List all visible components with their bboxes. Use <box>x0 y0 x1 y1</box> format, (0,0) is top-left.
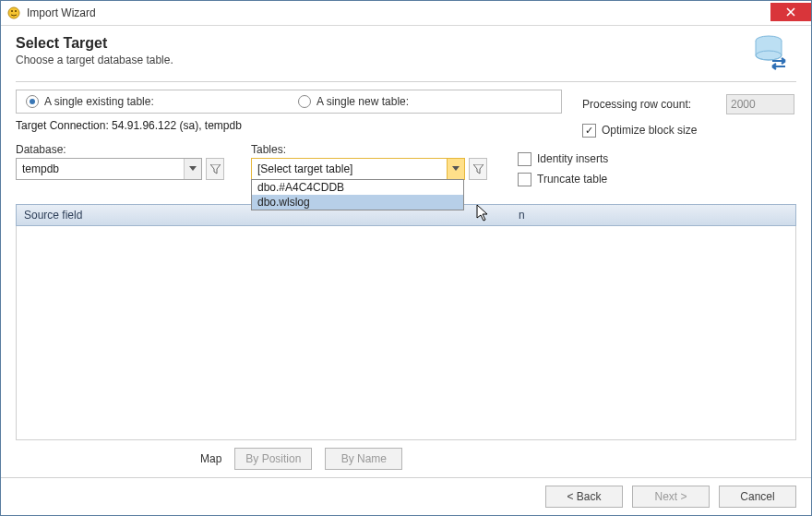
radio-icon <box>26 95 39 108</box>
app-icon <box>6 6 21 20</box>
next-button[interactable]: Next > <box>632 486 710 508</box>
svg-point-1 <box>11 10 13 12</box>
back-button[interactable]: < Back <box>545 486 623 508</box>
tables-option[interactable]: dbo.wlslog <box>252 195 463 210</box>
table-mode-group: A single existing table: A single new ta… <box>16 90 562 114</box>
map-label: Map <box>200 452 221 465</box>
page-title: Select Target <box>16 35 752 52</box>
tables-label: Tables: <box>251 143 509 156</box>
radio-existing-label: A single existing table: <box>44 95 154 108</box>
tables-value: [Select target table] <box>252 162 447 175</box>
tables-filter-button[interactable] <box>469 158 487 180</box>
tables-combo[interactable]: [Select target table] <box>251 158 465 180</box>
map-by-position-button[interactable]: By Position <box>234 448 312 470</box>
titlebar: Import Wizard <box>1 1 811 26</box>
processing-options: Processing row count: ✓ Optimize block s… <box>582 93 794 141</box>
truncate-table-checkbox[interactable] <box>518 173 531 186</box>
mapping-grid-body[interactable] <box>16 226 796 440</box>
optimize-label: Optimize block size <box>602 124 697 137</box>
page-subtitle: Choose a target database table. <box>16 54 752 66</box>
truncate-table-label: Truncate table <box>537 173 607 186</box>
processing-row-count-input[interactable] <box>726 94 794 114</box>
optimize-checkbox[interactable]: ✓ <box>582 124 596 138</box>
window-close-button[interactable] <box>770 3 811 21</box>
map-controls: Map By Position By Name <box>16 440 796 477</box>
cancel-button[interactable]: Cancel <box>719 486 796 508</box>
database-label: Database: <box>16 143 251 156</box>
map-by-name-button[interactable]: By Name <box>325 448 402 470</box>
filter-icon <box>210 164 221 174</box>
svg-point-2 <box>15 10 17 12</box>
radio-icon <box>298 95 311 108</box>
radio-new-label: A single new table: <box>316 95 409 108</box>
database-combo[interactable]: tempdb <box>16 158 202 180</box>
import-wizard-window: Import Wizard Select Target Choose a tar… <box>0 0 812 516</box>
identity-inserts-checkbox[interactable] <box>518 152 531 166</box>
tables-option[interactable]: dbo.#A4C4CDDB <box>252 180 463 195</box>
filter-icon <box>473 164 484 174</box>
grid-col-source: Source field <box>17 209 511 222</box>
wizard-footer: < Back Next > Cancel <box>1 477 811 515</box>
grid-col-target-fragment: n <box>511 209 532 222</box>
chevron-down-icon <box>447 159 464 179</box>
processing-row-count-label: Processing row count: <box>582 98 726 111</box>
table-flags: Identity inserts Truncate table <box>518 149 608 189</box>
page-header: Select Target Choose a target database t… <box>1 26 811 76</box>
tables-dropdown: dbo.#A4C4CDDB dbo.wlslog <box>251 179 464 210</box>
radio-new-table[interactable]: A single new table: <box>289 95 561 108</box>
divider <box>16 81 796 82</box>
svg-point-0 <box>8 7 19 18</box>
window-title: Import Wizard <box>27 6 770 19</box>
identity-inserts-label: Identity inserts <box>537 152 608 165</box>
database-transfer-icon <box>752 33 789 70</box>
chevron-down-icon <box>184 159 201 179</box>
radio-existing-table[interactable]: A single existing table: <box>17 95 289 108</box>
database-value: tempdb <box>17 162 184 175</box>
database-filter-button[interactable] <box>206 158 224 180</box>
